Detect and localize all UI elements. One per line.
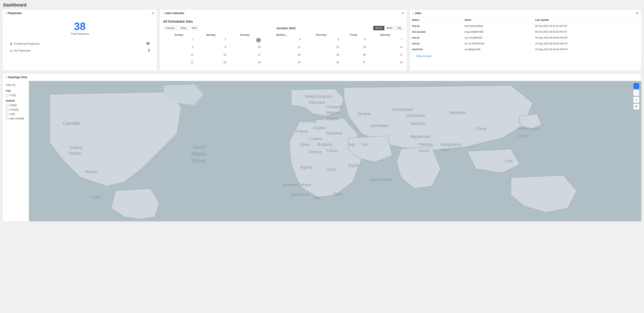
cal-cell[interactable]: 8 <box>163 45 194 52</box>
calendar-today-button[interactable]: Today <box>178 26 189 30</box>
table-row: FAILEDrun-191d85c92929-Sep-2023 05:48:08… <box>410 35 641 41</box>
map-layers-button[interactable]: ≡ <box>633 97 639 103</box>
job-status: FAILED <box>410 41 462 47</box>
calendar-week-view-button[interactable]: Week <box>384 26 395 30</box>
calendar-grid: Sunday Monday Tuesday Wednes... Thursday… <box>163 33 404 68</box>
calendar-back-icon: ‹ <box>162 11 164 15</box>
cal-day-mon: Monday <box>194 33 227 37</box>
calendar-section-title: All Scheduled Jobs <box>163 20 404 23</box>
cal-cell[interactable]: 22 <box>163 60 194 68</box>
cal-cell[interactable]: 28 <box>367 60 404 68</box>
calendar-prev-button[interactable]: Previous <box>163 26 177 30</box>
cal-cell[interactable]: 25 <box>262 60 302 68</box>
cal-cell[interactable]: 18 <box>262 52 302 60</box>
job-name[interactable]: ad-88dba51f9f <box>462 47 533 52</box>
svg-text:Mali: Mali <box>313 196 320 200</box>
my-playbooks-row: ▤ My Playbooks 3 <box>7 47 153 54</box>
jobs-back-icon: ‹ <box>412 11 414 15</box>
cli-checkbox[interactable] <box>6 113 8 116</box>
view-all-jobs-link[interactable]: → View All Jobs <box>410 52 641 60</box>
svg-text:Canada: Canada <box>63 120 80 126</box>
job-name[interactable]: test-3ee5d106da <box>462 23 533 29</box>
job-update: 22-Sep-2023 04:54:56 PM IST <box>533 47 641 52</box>
table-row: FAILEDtest-3ee5d106da06-Oct-2023 10:23:4… <box>410 23 641 29</box>
mdt-item: mdt(0) <box>6 104 26 107</box>
cal-cell[interactable]: 11 <box>262 45 302 52</box>
job-update: 29-Sep-2023 05:39:43 AM IST <box>533 41 641 47</box>
calendar-day-view-button[interactable]: Day <box>395 26 404 30</box>
jobs-refresh-icon[interactable]: ⇄ <box>636 11 638 15</box>
calendar-next-button[interactable]: Next <box>190 26 199 30</box>
cal-cell[interactable]: 5 <box>302 37 340 45</box>
snmp-checkbox[interactable] <box>6 108 8 111</box>
cal-cell[interactable]: 26 <box>302 60 340 68</box>
cal-cell[interactable]: 16 <box>194 52 227 60</box>
cal-cell[interactable]: 21 <box>367 52 404 60</box>
svg-text:Bulgaria: Bulgaria <box>318 142 332 147</box>
playbooks-refresh-icon[interactable]: ⇄ <box>152 11 154 15</box>
topo-snmp-checkbox[interactable] <box>6 117 8 120</box>
svg-text:Uzbekistan: Uzbekistan <box>406 113 425 118</box>
svg-text:Poland: Poland <box>326 117 339 121</box>
cal-cell[interactable]: 9 <box>194 45 227 52</box>
cal-cell[interactable]: 27 <box>340 60 367 68</box>
cal-cell[interactable]: 19 <box>302 52 340 60</box>
svg-text:North Korea: North Korea <box>518 126 538 131</box>
svg-text:Bangladesh: Bangladesh <box>440 142 461 147</box>
predefined-playbooks-row: ▦ Predefined Playbooks 35 <box>7 40 153 47</box>
cal-cell[interactable]: 7 <box>367 37 404 45</box>
job-status: ABORTED <box>410 47 462 52</box>
cal-cell[interactable]: 23 <box>194 60 227 68</box>
cal-cell[interactable]: 1 <box>163 37 194 45</box>
topo-snmp-item: topo-snmp(8) <box>6 117 26 120</box>
svg-text:Iran: Iran <box>362 142 368 147</box>
jobs-title: Jobs <box>415 11 422 15</box>
cal-cell[interactable]: 4 <box>262 37 302 45</box>
svg-text:Ukraine: Ukraine <box>357 112 371 116</box>
svg-text:States: States <box>68 151 81 156</box>
job-status: FAILED <box>410 23 462 29</box>
playbooks-title: Playbooks <box>8 11 22 15</box>
svg-text:United Kingdom: United Kingdom <box>304 94 332 99</box>
city-ca-checkbox[interactable] <box>6 94 8 97</box>
calendar-refresh-icon[interactable]: ⇄ <box>402 11 404 15</box>
topology-sidebar: Filter By City CA(0) Default mdt(0) snmp… <box>3 81 29 221</box>
job-update: 29-Sep-2023 05:48:08 AM IST <box>533 35 641 41</box>
predefined-count: 35 <box>146 42 150 45</box>
snmp-label: snmp(8) <box>10 108 18 111</box>
map-globe-button[interactable]: 🌐 <box>633 83 639 89</box>
cal-cell[interactable]: 6 <box>340 37 367 45</box>
cal-cell[interactable]: 24 <box>227 60 262 68</box>
svg-text:Pakistan: Pakistan <box>419 142 434 147</box>
cal-cell[interactable]: 3 <box>227 37 262 45</box>
svg-text:Algeria: Algeria <box>300 165 312 169</box>
cal-cell[interactable]: 20 <box>340 52 367 60</box>
svg-text:Azerbaijan: Azerbaijan <box>370 123 389 128</box>
topology-map: Canada United States Mexico Cuba North A… <box>29 81 641 221</box>
cal-cell[interactable]: 14 <box>367 45 404 52</box>
my-count: 3 <box>148 49 150 52</box>
cal-cell[interactable]: 12 <box>302 45 340 52</box>
jobs-card: ‹ Jobs ⇄ Status Name Last Update FAILEDt… <box>410 9 642 71</box>
job-name[interactable]: snap-f2d9857906 <box>462 29 533 35</box>
col-name: Name <box>462 17 533 23</box>
job-update: 05-Oct-2023 04:54:35 PM IST <box>533 29 641 35</box>
cal-cell[interactable]: 17 <box>227 52 262 60</box>
cal-cell[interactable]: 13 <box>340 45 367 52</box>
svg-text:Mongolia: Mongolia <box>450 110 466 115</box>
city-section-title: City <box>6 89 26 92</box>
svg-text:Atlantic: Atlantic <box>191 151 207 156</box>
table-row: SUCCEEDEDsnap-f2d985790605-Oct-2023 04:5… <box>410 29 641 35</box>
cal-cell[interactable]: 15 <box>163 52 194 60</box>
job-status: FAILED <box>410 35 462 41</box>
cal-cell[interactable]: 2 <box>194 37 227 45</box>
job-name[interactable]: run-191d85c929 <box>462 35 533 41</box>
map-eye-button[interactable]: 👁 <box>633 104 639 110</box>
calendar-header: ‹ Jobs Calendar ⇄ <box>160 9 407 17</box>
calendar-month-view-button[interactable]: Month <box>373 26 384 30</box>
mdt-checkbox[interactable] <box>6 104 8 107</box>
cal-cell[interactable]: 10 <box>227 45 262 52</box>
job-name[interactable]: int_int-d76003cf15 <box>462 41 533 47</box>
svg-text:Romania: Romania <box>326 131 342 135</box>
map-network-button[interactable]: ⛶ <box>633 90 639 96</box>
